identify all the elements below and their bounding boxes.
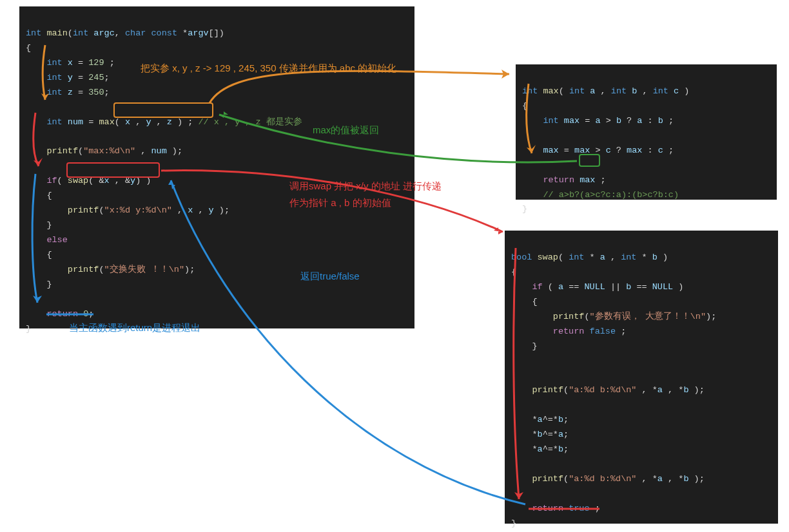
max-return-highlight: [579, 154, 600, 167]
annot-orange: 把实参 x, y , z -> 129 , 245, 350 传递并作用为 ab…: [141, 62, 396, 75]
swap-code-panel: bool swap( int * a , int * b ) { if ( a …: [505, 231, 778, 524]
swap-call-highlight: [66, 162, 160, 178]
max-call-highlight: [113, 102, 213, 118]
annot-red-line1: 调用swap 并把 x/y 的地址 进行传递: [289, 180, 442, 193]
max-code-panel: int max( int a , int b , int c ) { int m…: [516, 64, 777, 200]
annot-blue-truefalse: 返回true/false: [300, 271, 360, 283]
annot-red-line2: 作为指针 a , b 的初始值: [289, 197, 391, 209]
annot-green: max的值被返回: [313, 124, 379, 137]
annot-blue-return: 当主函数遇到return是进程退出: [69, 322, 200, 334]
